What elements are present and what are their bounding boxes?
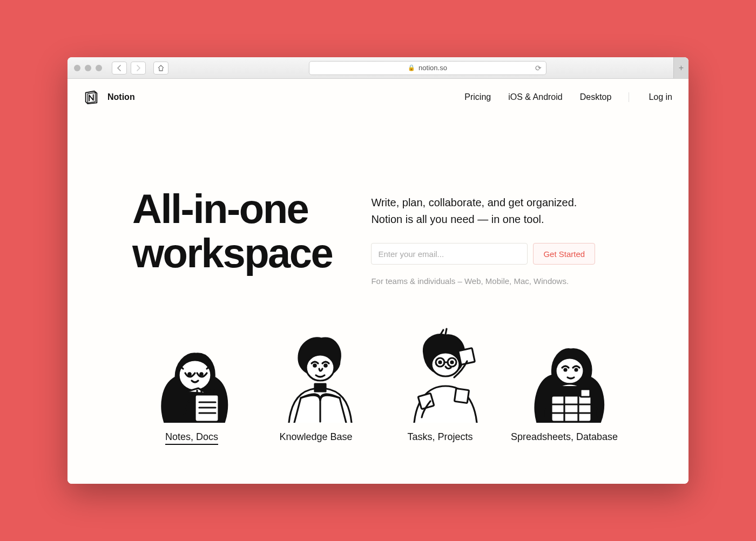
nav-links: Pricing iOS & Android Desktop Log in: [464, 92, 672, 102]
nav-link-pricing[interactable]: Pricing: [464, 92, 491, 102]
feature-spreadsheets-database[interactable]: Spreadsheets, Database: [510, 326, 618, 445]
svg-rect-19: [551, 396, 591, 422]
svg-point-1: [188, 373, 191, 375]
feature-label: Notes, Docs: [165, 431, 218, 445]
url-text: notion.so: [418, 64, 447, 72]
hero-title: All-in-one workspace: [132, 187, 332, 275]
svg-point-5: [314, 364, 316, 367]
site-header: Notion Pricing iOS & Android Desktop Log…: [68, 79, 688, 106]
address-bar[interactable]: 🔒 notion.so ⟳: [309, 61, 546, 75]
svg-rect-7: [315, 384, 326, 391]
lock-icon: 🔒: [408, 64, 415, 71]
close-window-icon[interactable]: [74, 65, 80, 71]
brand-name[interactable]: Notion: [107, 92, 135, 102]
svg-point-18: [575, 369, 577, 371]
hero-cta-block: Write, plan, collaborate, and get organi…: [371, 187, 595, 286]
nav-link-login[interactable]: Log in: [649, 92, 672, 102]
browser-toolbar: 🔒 notion.so ⟳ +: [68, 57, 688, 79]
hero-subtitle: Write, plan, collaborate, and get organi…: [371, 194, 595, 228]
back-button[interactable]: [112, 62, 127, 75]
hero-title-block: All-in-one workspace: [132, 187, 332, 286]
notion-logo-icon[interactable]: [83, 89, 100, 106]
svg-point-11: [439, 361, 441, 363]
minimize-window-icon[interactable]: [85, 65, 91, 71]
nav-divider: [629, 92, 629, 102]
nav-link-mobile[interactable]: iOS & Android: [508, 92, 563, 102]
feature-label: Tasks, Projects: [407, 431, 473, 443]
email-input[interactable]: [371, 243, 528, 265]
illustration-database-icon: [516, 326, 613, 423]
feature-label: Spreadsheets, Database: [511, 431, 618, 443]
feature-tasks-projects[interactable]: Tasks, Projects: [386, 326, 494, 445]
feature-notes-docs[interactable]: Notes, Docs: [138, 326, 246, 445]
hero-title-line1: All-in-one: [132, 186, 308, 232]
svg-rect-20: [580, 389, 590, 397]
svg-point-17: [564, 369, 566, 371]
browser-window: 🔒 notion.so ⟳ + Notion Pricing iOS & And…: [68, 57, 688, 484]
reload-icon[interactable]: ⟳: [535, 64, 542, 72]
forward-button[interactable]: [131, 62, 146, 75]
feature-label: Knowledge Base: [279, 431, 352, 443]
hero-meta: For teams & individuals – Web, Mobile, M…: [371, 276, 595, 286]
illustration-tasks-icon: [392, 326, 489, 423]
feature-tabs: Notes, Docs: [68, 326, 688, 445]
signup-row: Get Started: [371, 243, 595, 265]
new-tab-button[interactable]: +: [673, 57, 688, 78]
illustration-notes-icon: [143, 326, 240, 423]
svg-point-12: [451, 361, 453, 363]
zoom-window-icon[interactable]: [96, 65, 102, 71]
hero-section: All-in-one workspace Write, plan, collab…: [68, 106, 688, 286]
home-button[interactable]: [153, 62, 168, 75]
svg-rect-14: [454, 388, 469, 403]
hero-subtitle-line2: Notion is all you need — in one tool.: [371, 213, 544, 225]
svg-point-2: [200, 373, 202, 375]
hero-subtitle-line1: Write, plan, collaborate, and get organi…: [371, 197, 577, 208]
svg-point-6: [325, 364, 327, 367]
illustration-knowledge-icon: [267, 326, 364, 423]
svg-point-16: [556, 358, 584, 384]
hero-title-line2: workspace: [132, 230, 332, 276]
page-content: Notion Pricing iOS & Android Desktop Log…: [68, 79, 688, 484]
window-controls: [74, 65, 102, 71]
feature-knowledge-base[interactable]: Knowledge Base: [262, 326, 370, 445]
get-started-button[interactable]: Get Started: [533, 243, 595, 265]
nav-link-desktop[interactable]: Desktop: [580, 92, 612, 102]
svg-point-0: [179, 360, 211, 390]
